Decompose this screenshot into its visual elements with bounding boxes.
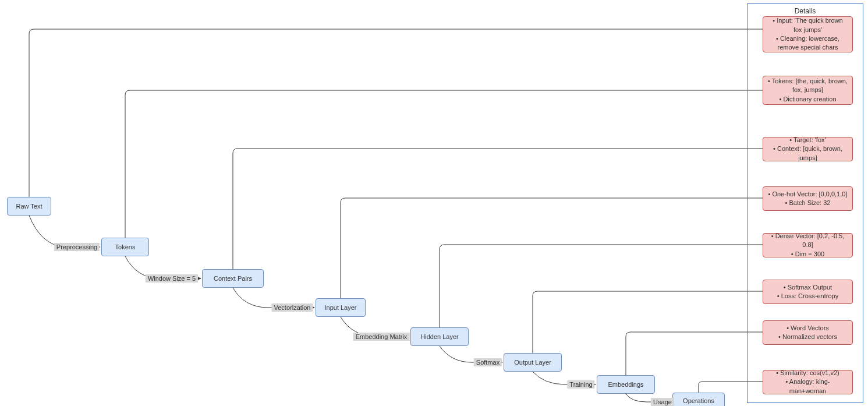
node-hidden-layer[interactable]: Hidden Layer (410, 327, 469, 346)
node-operations[interactable]: Operations (672, 393, 725, 406)
detail-line: Cleaning: lowercase, remove special char… (768, 34, 848, 52)
node-context-pairs[interactable]: Context Pairs (202, 269, 264, 288)
detail-line: Target: 'fox' (789, 136, 826, 144)
detail-line: Context: [quick, brown, jumps] (768, 144, 848, 163)
detail-line: Analogy: king-man+woman (768, 377, 848, 396)
node-label: Raw Text (16, 203, 42, 210)
edge-label-training: Training (567, 380, 594, 389)
detail-line: Tokens: [the, quick, brown, fox, jumps] (768, 77, 848, 95)
detail-tokens: Tokens: [the, quick, brown, fox, jumps] … (763, 76, 853, 105)
detail-line: Word Vectors (786, 324, 829, 333)
node-label: Input Layer (324, 304, 356, 311)
detail-context: Target: 'fox' Context: [quick, brown, ju… (763, 137, 853, 161)
detail-embeddings: Word Vectors Normalized vectors (763, 320, 853, 345)
node-label: Embeddings (608, 381, 643, 388)
detail-line: Dictionary creation (779, 95, 836, 104)
edge-label-preprocessing: Preprocessing (54, 243, 100, 251)
detail-output: Softmax Output Loss: Cross-entropy (763, 280, 853, 304)
detail-line: Loss: Cross-entropy (777, 292, 838, 301)
detail-operations: Similarity: cos(v1,v2) Analogy: king-man… (763, 370, 853, 394)
detail-raw-text: Input: 'The quick brown fox jumps' Clean… (763, 16, 853, 52)
detail-line: Dim = 300 (791, 250, 824, 259)
node-raw-text[interactable]: Raw Text (7, 197, 51, 216)
node-input-layer[interactable]: Input Layer (316, 298, 366, 317)
node-label: Context Pairs (214, 275, 252, 282)
detail-line: Similarity: cos(v1,v2) (776, 369, 839, 377)
node-label: Output Layer (514, 359, 551, 366)
detail-line: Dense Vector: [0.2, -0.5, 0.8] (768, 232, 848, 250)
detail-line: Softmax Output (784, 283, 832, 292)
edge-label-window: Window Size = 5 (146, 274, 198, 283)
node-label: Operations (683, 397, 714, 404)
detail-input: One-hot Vector: [0,0,0,1,0] Batch Size: … (763, 186, 853, 211)
detail-line: One-hot Vector: [0,0,0,1,0] (768, 190, 848, 199)
node-output-layer[interactable]: Output Layer (504, 353, 562, 372)
details-panel-title: Details (795, 7, 816, 15)
node-embeddings[interactable]: Embeddings (597, 375, 655, 394)
detail-line: Batch Size: 32 (785, 199, 831, 207)
edge-label-vectorization: Vectorization (272, 303, 313, 312)
edge-label-softmax: Softmax (474, 358, 502, 366)
node-tokens[interactable]: Tokens (101, 238, 149, 256)
node-label: Tokens (115, 243, 136, 250)
detail-line: Normalized vectors (778, 333, 837, 341)
edge-label-embed-matrix: Embedding Matrix (353, 333, 410, 341)
node-label: Hidden Layer (420, 333, 458, 340)
edge-label-usage: Usage (651, 398, 674, 406)
detail-hidden: Dense Vector: [0.2, -0.5, 0.8] Dim = 300 (763, 233, 853, 257)
detail-line: Input: 'The quick brown fox jumps' (768, 16, 848, 34)
